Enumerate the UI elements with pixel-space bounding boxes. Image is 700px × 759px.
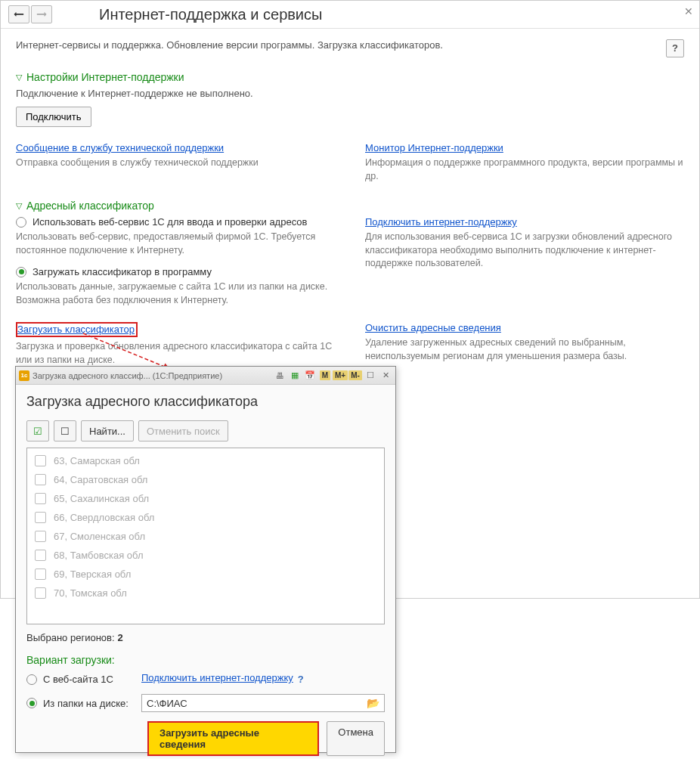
radio-selected-icon — [16, 267, 26, 277]
check-all-button[interactable]: ☑ — [26, 420, 49, 441]
connect-button[interactable]: Подключить — [16, 107, 91, 127]
list-item[interactable]: 66, Свердловская обл — [27, 508, 384, 527]
folder-icon[interactable]: 📂 — [367, 697, 379, 709]
cancel-button[interactable]: Отмена — [327, 721, 385, 756]
help-button[interactable]: ? — [666, 39, 684, 57]
clear-address-link[interactable]: Очистить адресные сведения — [365, 322, 501, 333]
m-plus-button[interactable]: M+ — [333, 370, 347, 382]
1c-icon: 1c — [19, 370, 29, 381]
list-item[interactable]: 67, Смоленская обл — [27, 527, 384, 546]
dialog-load-classifier: 1c Загрузка адресного классиф... (1С:Пре… — [15, 366, 396, 753]
radio2-desc: Использовать данные, загружаемые с сайта… — [16, 280, 335, 307]
page-title: Интернет-поддержка и сервисы — [99, 6, 322, 23]
checkbox-icon[interactable] — [35, 531, 46, 542]
radio-selected-icon — [26, 698, 37, 708]
section-internet-support[interactable]: ▽ Настройки Интернет-поддержки — [16, 71, 684, 83]
regions-listbox[interactable]: 63, Самарская обл64, Саратовская обл65, … — [26, 448, 385, 624]
section1-desc: Подключение к Интернет-поддержке не выпо… — [16, 88, 684, 99]
clear-address-desc: Удаление загруженных адресных сведений п… — [365, 336, 684, 363]
close-icon[interactable]: ✕ — [379, 370, 392, 382]
maximize-icon[interactable]: ☐ — [364, 370, 377, 382]
m-button[interactable]: M — [318, 370, 332, 382]
chevron-down-icon: ▽ — [16, 73, 22, 82]
checkbox-icon[interactable] — [35, 587, 46, 599]
checkbox-icon[interactable] — [35, 493, 46, 504]
load-classifier-desc: Загрузка и проверка обновления адресного… — [16, 340, 335, 367]
variant-connect-link[interactable]: Подключить интернет-поддержку — [141, 672, 293, 683]
checkbox-icon[interactable] — [35, 512, 46, 523]
list-item[interactable]: 70, Томская обл — [27, 584, 384, 603]
forward-button[interactable]: 🠖 — [31, 5, 52, 23]
help-icon[interactable]: ? — [298, 674, 304, 685]
cancel-find-button[interactable]: Отменить поиск — [138, 420, 228, 441]
connect-support-desc: Для использования веб-сервиса 1С и загру… — [365, 231, 684, 271]
load-classifier-link[interactable]: Загрузить классификатор — [16, 322, 138, 337]
radio-icon — [16, 217, 26, 228]
monitor-link[interactable]: Монитор Интернет-поддержки — [365, 142, 503, 153]
subtitle: Интернет-сервисы и поддержка. Обновление… — [16, 39, 443, 51]
checkbox-icon[interactable] — [35, 474, 46, 485]
path-input[interactable]: С:\ФИАС 📂 — [141, 694, 385, 712]
support-message-link[interactable]: Сообщение в службу технической поддержки — [16, 142, 224, 153]
chevron-down-icon: ▽ — [16, 201, 22, 211]
m-minus-button[interactable]: M- — [348, 370, 362, 382]
titlebar: 🠔 🠖 Интернет-поддержка и сервисы ✕ — [1, 1, 699, 29]
variant-label: Вариант загрузки: — [26, 654, 385, 666]
uncheck-all-button[interactable]: ☐ — [54, 420, 76, 441]
radio1-desc: Использовать веб-сервис, предоставляемый… — [16, 231, 335, 257]
monitor-desc: Информация о поддержке программного прод… — [365, 156, 684, 183]
close-icon[interactable]: ✕ — [684, 5, 693, 17]
selected-count-row: Выбрано регионов:2 — [26, 632, 385, 643]
load-address-button[interactable]: Загрузить адресные сведения — [147, 721, 319, 756]
variant-folder[interactable]: Из папки на диске: С:\ФИАС 📂 — [26, 694, 385, 712]
calendar-icon[interactable]: 📅 — [303, 370, 317, 382]
checkbox-icon[interactable] — [35, 550, 46, 561]
checkbox-icon[interactable] — [35, 568, 46, 580]
back-button[interactable]: 🠔 — [8, 5, 29, 23]
support-message-desc: Отправка сообщения в службу технической … — [16, 156, 335, 170]
radio-icon — [26, 674, 37, 685]
variant-web[interactable]: С веб-сайта 1С Подключить интернет-подде… — [26, 672, 385, 686]
list-item[interactable]: 63, Самарская обл — [27, 451, 384, 470]
find-button[interactable]: Найти... — [81, 420, 134, 441]
list-item[interactable]: 68, Тамбовская обл — [27, 546, 384, 565]
grid-icon[interactable]: ▦ — [288, 370, 302, 382]
content: Интернет-сервисы и поддержка. Обновление… — [1, 29, 699, 377]
radio-web-service[interactable]: Использовать веб-сервис 1С для ввода и п… — [16, 216, 335, 228]
list-item[interactable]: 64, Саратовская обл — [27, 470, 384, 489]
checkbox-icon[interactable] — [35, 455, 46, 466]
dialog-titlebar: 1c Загрузка адресного классиф... (1С:Пре… — [16, 367, 395, 385]
dialog-title: Загрузка адресного классиф... (1С:Предпр… — [33, 371, 273, 380]
radio-load-classifier[interactable]: Загружать классификатор в программу — [16, 266, 335, 277]
section-address-classifier[interactable]: ▽ Адресный классификатор — [16, 200, 684, 212]
dialog-heading: Загрузка адресного классификатора — [26, 394, 385, 410]
print-icon[interactable]: 🖶 — [273, 370, 287, 382]
list-item[interactable]: 69, Тверская обл — [27, 565, 384, 584]
connect-support-link[interactable]: Подключить интернет-поддержку — [365, 216, 517, 228]
list-item[interactable]: 65, Сахалинская обл — [27, 489, 384, 508]
